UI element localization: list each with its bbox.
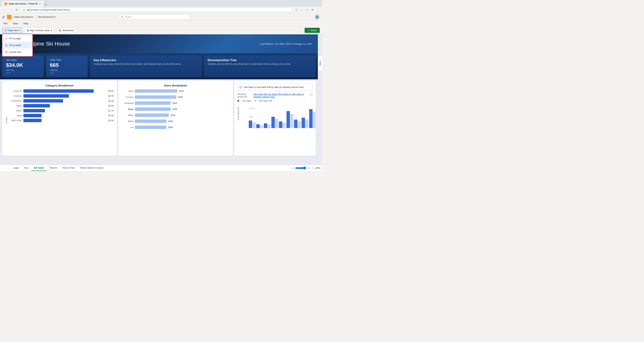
ki-chart-area: $100K $50K d Net Sales PM — [238, 104, 312, 132]
zoom-slider[interactable] — [295, 166, 310, 170]
dropdown-item-actual-size[interactable]: ⊞ Actual size — [2, 48, 32, 55]
zoom-in-button[interactable]: + — [312, 167, 313, 170]
tab-close-button[interactable]: ✕ — [39, 2, 41, 5]
menu-help[interactable]: Help — [22, 22, 30, 25]
store-value: $30K — [168, 126, 173, 128]
ki-bar-light — [290, 114, 294, 128]
menu-file[interactable]: File — [2, 22, 8, 25]
list-item: Barba $30K — [122, 120, 230, 123]
page-tab-returns[interactable]: Returns — [47, 165, 60, 171]
zoom-area: — + 145% — [292, 166, 320, 170]
forward-button[interactable]: → — [8, 8, 13, 12]
bottom-tabs: ‹ › LegalIntroNet SalesReturnsReturn Rat… — [0, 165, 322, 171]
ki-bar-dark — [256, 124, 260, 128]
active-tab[interactable]: Sales and returns - Power BI ✕ — [2, 1, 44, 6]
share-icon: ↗ — [307, 29, 309, 32]
menu-view[interactable]: View — [12, 22, 19, 25]
store-value: $40K — [179, 90, 184, 92]
filters-toggle[interactable]: Filters — [318, 56, 322, 71]
list-item: XBOX ONE $1.5K — [8, 119, 114, 122]
store-label: Barba — [122, 120, 134, 122]
page-tab-return-rate[interactable]: Return Rate — [60, 165, 78, 171]
tab-next-button[interactable]: › — [6, 166, 10, 170]
category-breakdown-panel[interactable]: Category Breakdown Product Power BI $6.5… — [2, 81, 117, 156]
back-button[interactable]: ← — [2, 8, 7, 12]
bar-label: Word — [8, 114, 22, 117]
reload-button[interactable]: ↻ — [14, 8, 19, 12]
bookmark-star-icon[interactable]: ☆ — [299, 8, 304, 12]
url-text: app.powerbi.com/reports/sales-and-return… — [27, 8, 70, 11]
ki-bar-pair — [309, 109, 316, 128]
units-sold-value: 665 — [50, 62, 84, 68]
page-tab-intro[interactable]: Intro — [21, 165, 31, 171]
units-sold-kpi[interactable]: Units Sold 665 +49.1% vs /m — [46, 56, 88, 77]
user-avatar[interactable]: 👤 — [314, 14, 320, 20]
address-bar[interactable]: 🔒 app.powerbi.com/reports/sales-and-retu… — [20, 8, 292, 12]
new-tab-button[interactable]: + — [44, 3, 47, 6]
list-item: Leo $30K — [122, 126, 230, 129]
page-view-button[interactable]: ⊡ Page view ▾ — [2, 28, 22, 33]
workspace-selector[interactable]: Non-Business ▾ — [38, 16, 56, 18]
bookmarks-icon: 🔖 — [58, 29, 62, 32]
bar-fill — [24, 94, 69, 98]
bar-track — [24, 89, 106, 93]
tab-prev-button[interactable]: ‹ — [2, 166, 6, 170]
page-view-chevron-icon: ▾ — [19, 29, 20, 32]
store-bar-fill — [135, 114, 169, 117]
bar-value: $2.0K — [108, 104, 114, 107]
more-options-icon[interactable]: ⋮ — [315, 8, 320, 12]
key-influencers-card[interactable]: Key Influencers Analyzes your data, rank… — [90, 56, 202, 77]
cast-icon[interactable]: ⬡ — [294, 8, 298, 12]
menu-bar: File View Help — [0, 21, 322, 26]
app-grid-icon[interactable]: ⊞ — [2, 15, 5, 19]
store-bar-fill — [135, 95, 176, 99]
share-button[interactable]: ↗ Share — [305, 28, 320, 33]
ki-bar-light — [275, 118, 278, 128]
key-influencers-desc: Analyzes your data, ranks the factors th… — [94, 63, 198, 65]
net-sales-value: $34.0K — [6, 62, 40, 68]
store-breakdown-panel[interactable]: Store Breakdown Fama $40K Contoso $39K V… — [118, 81, 233, 156]
ki-bar-pair — [249, 120, 256, 128]
store-bar-fill — [135, 120, 166, 123]
page-tab-legal[interactable]: Legal — [10, 165, 21, 171]
toolbar: ⊡ Page view ▾ ⊡ Fit to page ⊟ Fit to wid… — [0, 26, 322, 34]
showing-value[interactable]: Net sales and net sales PM sorted by sal… — [254, 93, 308, 98]
bar-fill — [24, 109, 45, 112]
profile-icon[interactable]: ⊕ — [310, 8, 314, 12]
bar-fill — [24, 114, 42, 117]
dropdown-fit-to-page-label: Fit to page — [9, 37, 21, 40]
store-label: Fama — [122, 90, 134, 92]
charts-row: Category Breakdown Product Power BI $6.5… — [0, 79, 318, 157]
legend-row: Net Sales Net Sales PM — [238, 100, 312, 102]
dropdown-item-fit-to-width[interactable]: ⊟ Fit to width — [2, 42, 32, 48]
ki-bar-pair — [256, 124, 263, 128]
bar-track — [24, 99, 106, 102]
ki-bar-pair — [302, 118, 308, 128]
extensions-icon[interactable]: ⬡ — [305, 8, 309, 12]
decomp-tree-card[interactable]: Decomposition Tree Enables users to dril… — [204, 56, 316, 77]
page-tab-net-sales[interactable]: Net Sales — [31, 165, 47, 171]
page-tab-market-basket-analysis[interactable]: Market Basket Analysis — [78, 165, 106, 171]
category-chart-body: Product Power BI $6.5K OneNote $3.7K Pow… — [5, 89, 114, 151]
bookmarks-button[interactable]: 🔖 Bookmarks — [56, 28, 76, 33]
info-icon[interactable]: ℹ — [310, 93, 312, 96]
bar-track — [24, 119, 106, 122]
ki-bar-light — [260, 125, 263, 128]
ki-bar-pair — [264, 123, 271, 128]
dropdown-item-fit-to-page[interactable]: ⊡ Fit to page — [2, 35, 32, 42]
list-item: PowerPoint $3.2K — [8, 99, 114, 102]
ki-detail-panel[interactable]: 💬 Net Sales vs net sales PM by date as s… — [234, 81, 316, 156]
bar-value: $6.5K — [108, 90, 114, 92]
ki-query-box[interactable]: 💬 Net Sales vs net sales PM by date as s… — [238, 84, 312, 91]
store-label: Contoso — [122, 96, 134, 98]
search-bar[interactable]: 🔍 Search — [118, 14, 190, 20]
bar-value: $1.5K — [108, 114, 114, 117]
zoom-out-button[interactable]: — — [292, 167, 294, 170]
bar-label: Skype — [8, 104, 22, 107]
ki-bar-light — [305, 120, 308, 128]
store-label: Abbas — [122, 114, 134, 116]
net-sales-kpi[interactable]: Net Sales $34.0K +67.7% vs /m — [2, 56, 44, 77]
high-contrast-button[interactable]: ◑ High-contrast colors ▾ — [24, 28, 54, 33]
bar-fill — [24, 104, 50, 108]
bar-track — [24, 94, 106, 98]
